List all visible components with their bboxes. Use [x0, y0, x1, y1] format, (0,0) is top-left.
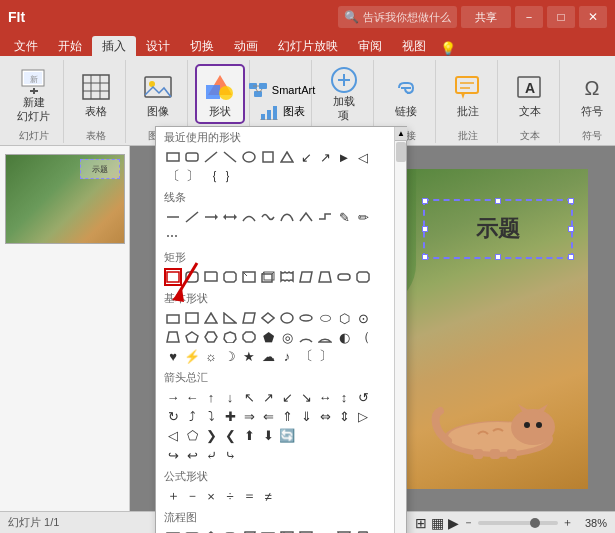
basic-decagon[interactable]: ⬟ [259, 328, 277, 346]
minimize-button[interactable]: － [515, 6, 543, 28]
basic-donut[interactable]: ◎ [278, 328, 296, 346]
arrow-swoop2[interactable]: ⤷ [221, 446, 239, 464]
line-curve1[interactable] [240, 208, 258, 226]
shape-square[interactable] [259, 148, 277, 166]
flow-alternate[interactable] [183, 528, 201, 533]
arrow-bend[interactable]: ↺ [354, 388, 372, 406]
flow-internal-storage[interactable] [278, 528, 296, 533]
arrow-block-l[interactable]: ⇐ [259, 407, 277, 425]
handle-tm[interactable] [495, 198, 501, 204]
arrow-curved[interactable]: ⤴ [183, 407, 201, 425]
rect-wave[interactable] [278, 268, 296, 286]
handle-bm[interactable] [495, 254, 501, 260]
arrow-block-r[interactable]: ⇒ [240, 407, 258, 425]
line-arrow2[interactable] [221, 208, 239, 226]
tab-view[interactable]: 视图 [392, 36, 436, 56]
shape-curly-r[interactable]: ｝ [221, 167, 239, 185]
basic-arc[interactable] [297, 328, 315, 346]
basic-oval[interactable] [297, 309, 315, 327]
arrow-block-lr[interactable]: ⇔ [316, 407, 334, 425]
arrow-left[interactable]: ← [183, 388, 201, 406]
basic-star[interactable]: ★ [240, 347, 258, 365]
rect-3d[interactable] [259, 268, 277, 286]
line-diag1[interactable] [183, 208, 201, 226]
basic-lightning[interactable]: ⚡ [183, 347, 201, 365]
rect-beveled[interactable] [354, 268, 372, 286]
arrow-plus-down[interactable]: ⬇ [259, 426, 277, 444]
basic-rtriangle[interactable] [221, 309, 239, 327]
view-slide-icon[interactable]: ▦ [431, 515, 444, 531]
shape-brace-r[interactable]: 〕 [183, 167, 201, 185]
line-angle[interactable] [297, 208, 315, 226]
eq-plus[interactable]: ＋ [164, 487, 182, 505]
smartart-button[interactable]: SmartArt [248, 82, 315, 98]
basic-parallelogram[interactable] [240, 309, 258, 327]
handle-br[interactable] [568, 254, 574, 260]
arrow-curvy-r[interactable]: ↪ [164, 446, 182, 464]
basic-circle[interactable] [278, 309, 296, 327]
arrow-block-d[interactable]: ⇓ [297, 407, 315, 425]
arrow-ud[interactable]: ↕ [335, 388, 353, 406]
handle-mr[interactable] [568, 226, 574, 232]
arrow-chevron-r[interactable]: ❯ [202, 426, 220, 444]
basic-diamond[interactable] [259, 309, 277, 327]
basic-crescent[interactable]: ◐ [335, 328, 353, 346]
eq-minus[interactable]: － [183, 487, 201, 505]
eq-equals[interactable]: ＝ [240, 487, 258, 505]
basic-hexagon[interactable] [202, 328, 220, 346]
chart-button[interactable]: 图表 [259, 104, 305, 120]
arrow-chevron-l[interactable]: ❮ [221, 426, 239, 444]
view-normal-icon[interactable]: ⊞ [415, 515, 427, 531]
tab-review[interactable]: 审阅 [348, 36, 392, 56]
basic-bracket1[interactable]: （ [354, 328, 372, 346]
basic-trapezoid[interactable] [164, 328, 182, 346]
flow-io[interactable] [240, 528, 258, 533]
table-button[interactable]: 表格 [71, 64, 121, 124]
flow-predef[interactable] [259, 528, 277, 533]
comment-button[interactable]: 批注 [443, 64, 493, 124]
arrow-upright[interactable]: ↗ [259, 388, 277, 406]
scrollbar-thumb[interactable] [396, 142, 406, 162]
line-freehand[interactable]: ✎ [335, 208, 353, 226]
shapes-button[interactable]: 形状 [195, 64, 245, 124]
share-button[interactable]: 共享 [461, 6, 511, 28]
basic-chord[interactable] [316, 328, 334, 346]
shape-curly-l[interactable]: ｛ [202, 167, 220, 185]
handle-ml[interactable] [422, 226, 428, 232]
line-straight[interactable] [164, 208, 182, 226]
shape-triangle[interactable] [278, 148, 296, 166]
shape-circle[interactable] [240, 148, 258, 166]
zoom-thumb[interactable] [530, 518, 540, 528]
arrow-curvy-l[interactable]: ↩ [183, 446, 201, 464]
shape-line2[interactable] [221, 148, 239, 166]
line-arrow1[interactable] [202, 208, 220, 226]
shape-arrow-diag[interactable]: ↙ [297, 148, 315, 166]
basic-pentagon[interactable] [183, 328, 201, 346]
shape-brace-l[interactable]: 〔 [164, 167, 182, 185]
tab-home[interactable]: 开始 [48, 36, 92, 56]
zoom-level[interactable]: 38% [577, 517, 607, 529]
arrow-4way[interactable]: ✚ [221, 407, 239, 425]
arrow-block-u[interactable]: ⇑ [278, 407, 296, 425]
arrow-bend2[interactable]: ↻ [164, 407, 182, 425]
line-elbow[interactable] [316, 208, 334, 226]
slide-title-box[interactable]: 示题 [423, 199, 573, 259]
maximize-button[interactable]: □ [547, 6, 575, 28]
rect-parallelogram[interactable] [297, 268, 315, 286]
shape-arrow-diag2[interactable]: ↗ [316, 148, 334, 166]
basic-heptagon[interactable] [221, 328, 239, 346]
tab-transitions[interactable]: 切换 [180, 36, 224, 56]
rect-trapezoid[interactable] [316, 268, 334, 286]
arrow-block-ud[interactable]: ⇕ [335, 407, 353, 425]
handle-tl[interactable] [422, 198, 428, 204]
line-curve2[interactable] [259, 208, 277, 226]
symbol-button[interactable]: Ω 符号 [567, 64, 616, 124]
shape-rect[interactable] [164, 148, 182, 166]
basic-brace-close[interactable]: 〕 [316, 347, 334, 365]
arrow-pentagon[interactable]: ⬠ [183, 426, 201, 444]
text-button[interactable]: A 文本 [505, 64, 555, 124]
slide-thumbnail[interactable]: 示题 [5, 154, 125, 244]
tab-design[interactable]: 设计 [136, 36, 180, 56]
search-placeholder[interactable]: 告诉我你想做什么 [363, 10, 451, 25]
tab-slideshow[interactable]: 幻灯片放映 [268, 36, 348, 56]
